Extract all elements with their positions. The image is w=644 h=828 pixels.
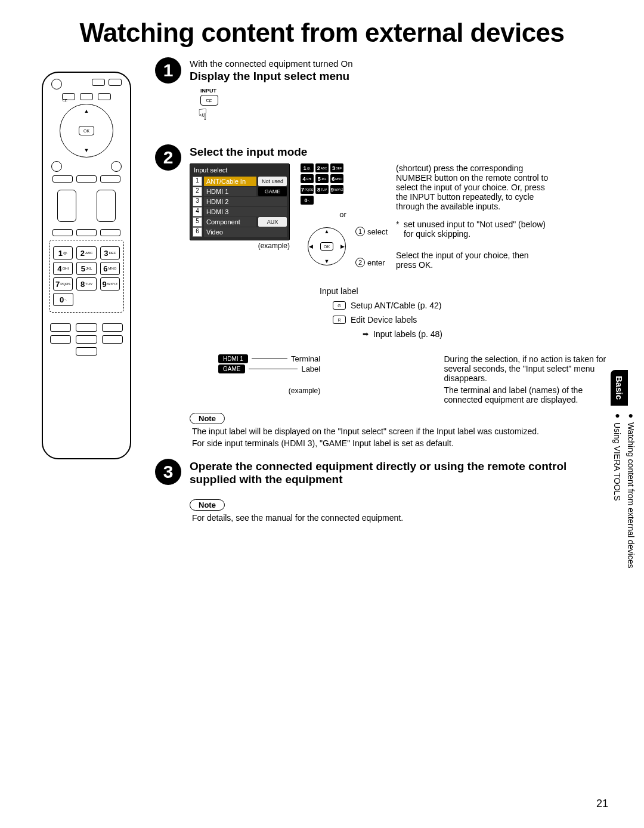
terminal-display-text: The terminal and label (names) of the co… xyxy=(444,385,609,404)
label-pill: GAME xyxy=(218,364,245,373)
page-title: Watching content from external devices xyxy=(0,0,644,54)
side-section-label: Basic xyxy=(611,370,628,406)
or-label: or xyxy=(298,210,388,219)
label-label: Label xyxy=(301,364,320,373)
number-keypad: 1@. 2ABC 3DEF 4GHI 5JKL 6MNO 7PQRS 8TUV … xyxy=(49,240,124,313)
green-button-icon: G xyxy=(333,301,346,310)
hand-icon: ☟ xyxy=(198,106,208,124)
remote-illustration: ⮓ ▲ ▼ OK 1@. 2ABC 3DEF 4GHI 5JKL 6MNO 7P… xyxy=(42,72,131,459)
input-button-icon: ⮓ xyxy=(200,95,218,106)
input-select-row: 1ANT/Cable InNot used xyxy=(193,177,287,186)
power-icon xyxy=(51,79,62,89)
terminal-label: Terminal xyxy=(291,354,320,363)
input-labels-ref: Input labels (p. 48) xyxy=(373,329,442,339)
step-1-badge: 1 xyxy=(155,57,181,84)
terminal-pill: HDMI 1 xyxy=(218,354,248,363)
input-select-row: 4HDMI 3 xyxy=(193,207,287,217)
step-1-title: Display the Input select menu xyxy=(190,70,608,83)
enter-label: enter xyxy=(367,258,385,267)
side-tab: Basic Watching content from external dev… xyxy=(611,370,644,704)
note-text-2: For side input terminals (HDMI 3), "GAME… xyxy=(192,438,608,448)
edit-device-labels: Edit Device labels xyxy=(351,315,417,325)
input-select-dialog: Input select 1ANT/Cable InNot used2HDMI … xyxy=(190,163,290,240)
page-number: 21 xyxy=(596,798,608,810)
input-label-head: Input label xyxy=(320,286,608,296)
side-item-0: Watching content from external devices xyxy=(624,410,637,569)
dpad-mini: OK ▲▼ ◀▶ xyxy=(303,223,351,270)
step-3-badge: 3 xyxy=(155,459,181,485)
setup-ant-cable: Setup ANT/Cable (p. 42) xyxy=(351,301,442,310)
step-2-badge: 2 xyxy=(155,144,181,171)
note-badge: Note xyxy=(190,413,225,424)
example-label: (example) xyxy=(190,242,290,250)
step-1-pretext: With the connected equipment turned On xyxy=(190,58,608,69)
note-text-1: The input label will be displayed on the… xyxy=(192,427,608,436)
input-select-row: 6Video xyxy=(193,227,287,237)
timeout-text: During the selection, if no action is ta… xyxy=(444,354,609,383)
red-button-icon: R xyxy=(333,316,346,324)
input-select-row: 5ComponentAUX xyxy=(193,217,287,227)
ok-button: OK xyxy=(79,126,94,135)
select-label: select xyxy=(367,227,388,236)
note-text-3: For details, see the manual for the conn… xyxy=(192,513,608,523)
input-select-row: 3HDMI 2 xyxy=(193,197,287,206)
arrow-right-icon: ➡ xyxy=(363,330,369,338)
select-ok-text: Select the input of your choice, then pr… xyxy=(396,251,551,270)
shortcut-text: (shortcut) press the corresponding NUMBE… xyxy=(396,163,551,211)
note-badge-3: Note xyxy=(190,499,225,511)
star-note: set unused input to "Not used" (below) f… xyxy=(404,220,551,239)
side-item-1: Using VIERA TOOLS xyxy=(611,410,624,569)
numpad-mini: 1@. 2ABC 3DEF 4GHI 5JKL 6MNO 7PQRS 8TUV xyxy=(301,163,343,206)
step-3-title: Operate the connected equipment directly… xyxy=(190,460,608,486)
input-label: INPUT xyxy=(200,88,216,94)
step-2-title: Select the input mode xyxy=(190,146,608,159)
input-select-row: 2HDMI 1GAME xyxy=(193,187,287,196)
